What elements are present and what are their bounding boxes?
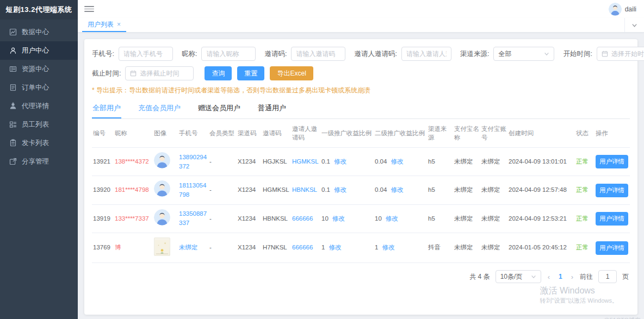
cell-phone: 18113054798 — [178, 176, 208, 204]
user-avatar-icon — [609, 3, 622, 16]
cell-id: 13919 — [92, 204, 114, 233]
column-header-11: 支付宝名称 — [453, 119, 480, 148]
filter-invite-code: 邀请码: — [264, 47, 345, 61]
cell-inviter-code: HGMKSL — [291, 148, 320, 176]
cell-created: 2024-04-09 13:01:01 — [507, 148, 575, 176]
tab-user-list[interactable]: 用户列表 × — [82, 18, 126, 32]
sidebar-item-agent-detail[interactable]: 代理详情 — [0, 97, 78, 115]
staff-icon — [9, 121, 17, 128]
user-tab-paid-member-users[interactable]: 充值会员用户 — [138, 99, 181, 118]
invite-code-input[interactable] — [291, 47, 345, 61]
export-excel-button[interactable]: 导出Excel — [270, 66, 313, 80]
close-icon[interactable]: × — [117, 21, 121, 28]
next-page-button[interactable]: › — [570, 273, 574, 281]
page-number[interactable]: 1 — [556, 273, 565, 280]
cell-rate1: 0.1修改 — [320, 148, 374, 176]
column-header-8: 一级推广收益比例 — [320, 119, 374, 148]
phone-link[interactable]: 13890294372 — [179, 154, 207, 170]
sidebar-item-resource-center[interactable]: 资源中心 — [0, 60, 78, 78]
rate1-value: 1 — [321, 244, 325, 251]
sidebar-item-card-list[interactable]: 发卡列表 — [0, 134, 78, 152]
table-row: 13921138****437213890294372-X1234HGJKSLH… — [92, 148, 630, 176]
column-header-1: 昵称 — [114, 119, 153, 148]
inviter-code-link[interactable]: HBNKSL — [292, 186, 317, 193]
inviter-code-link[interactable]: 666666 — [292, 215, 313, 222]
phone-link[interactable]: 未绑定 — [179, 244, 198, 251]
page-size-select[interactable]: 10条/页 — [496, 270, 541, 283]
start-time-picker[interactable]: 选择开始时间 — [597, 47, 644, 61]
inviter-code-link[interactable]: HGMKSL — [292, 158, 319, 165]
sidebar-item-label: 发卡列表 — [22, 139, 49, 148]
agent-icon — [9, 102, 17, 110]
user-detail-button[interactable]: 用户详情 — [596, 155, 628, 168]
sidebar-item-user-center[interactable]: 用户中心 — [0, 41, 78, 60]
edit-rate2-link[interactable]: 修改 — [391, 158, 403, 165]
sidebar-item-share-manage[interactable]: 分享管理 — [0, 152, 78, 171]
chevron-down-icon[interactable] — [624, 18, 644, 32]
rate2-value: 10 — [375, 215, 382, 222]
channel-select[interactable]: 全部 — [493, 47, 554, 61]
sidebar-item-order-center[interactable]: 订单中心 — [0, 78, 78, 97]
nickname-text: 181****4798 — [115, 186, 149, 193]
end-time-placeholder: 选择截止时间 — [140, 69, 179, 78]
edit-rate2-link[interactable]: 修改 — [386, 215, 398, 222]
cell-inviter-code: HBNKSL — [291, 176, 320, 204]
column-header-6: 邀请码 — [262, 119, 291, 148]
sidebar-menu: 数据中心用户中心资源中心订单中心代理详情员工列表发卡列表分享管理 — [0, 20, 78, 171]
cell-alipay-account: 未绑定 — [480, 176, 507, 204]
sidebar-item-label: 数据中心 — [22, 28, 49, 37]
cell-created: 2024-04-09 12:57:48 — [507, 176, 575, 204]
edit-rate2-link[interactable]: 修改 — [391, 186, 403, 193]
phone-link[interactable]: 18113054798 — [179, 182, 206, 198]
user-type-tabs: 全部用户充值会员用户赠送会员用户普通用户 — [92, 99, 630, 119]
user-detail-button[interactable]: 用户详情 — [596, 184, 628, 197]
user-tab-gift-member-users[interactable]: 赠送会员用户 — [197, 99, 241, 118]
user-detail-button[interactable]: 用户详情 — [596, 241, 628, 255]
goto-suffix: 页 — [622, 272, 629, 282]
end-time-picker[interactable]: 选择截止时间 — [125, 66, 194, 80]
table-header-row: 编号昵称图像手机号会员类型渠道码邀请码邀请人邀请码一级推广收益比例二级推广收益比… — [92, 119, 630, 148]
hamburger-icon[interactable] — [84, 5, 94, 14]
user-menu[interactable]: daili — [609, 3, 636, 16]
tab-label: 用户列表 — [88, 20, 114, 29]
goto-page-input[interactable] — [598, 270, 617, 283]
phone-input[interactable] — [119, 47, 173, 61]
filter-nickname: 昵称: — [182, 47, 256, 61]
user-detail-button[interactable]: 用户详情 — [596, 212, 628, 226]
cell-member-type: - — [208, 176, 237, 204]
inviter-code-link[interactable]: 666666 — [292, 244, 313, 251]
username: daili — [625, 5, 636, 13]
status-badge: 正常 — [576, 158, 589, 165]
prev-page-button[interactable]: ‹ — [547, 273, 551, 281]
cell-alipay-name: 未绑定 — [453, 204, 480, 233]
user-avatar-icon — [154, 152, 170, 168]
cell-member-type: - — [208, 148, 237, 176]
status-badge: 正常 — [576, 215, 589, 222]
edit-rate1-link[interactable]: 修改 — [329, 244, 341, 251]
edit-rate1-link[interactable]: 修改 — [332, 215, 345, 222]
nickname-input[interactable] — [201, 47, 256, 61]
sidebar-item-data-center[interactable]: 数据中心 — [0, 23, 78, 41]
edit-rate2-link[interactable]: 修改 — [382, 244, 394, 251]
sidebar-item-staff-list[interactable]: 员工列表 — [0, 115, 78, 134]
column-header-0: 编号 — [92, 119, 114, 148]
reset-button[interactable]: 重置 — [237, 66, 264, 80]
rate2-value: 1 — [375, 244, 378, 251]
filter-start-time-label: 开始时间: — [563, 49, 592, 59]
inviter-code-input[interactable] — [401, 47, 451, 61]
sidebar-item-label: 代理详情 — [22, 102, 49, 111]
search-button[interactable]: 查询 — [205, 66, 232, 80]
cell-invite-code: HBNKSL — [262, 204, 291, 233]
user-tab-normal-users[interactable]: 普通用户 — [257, 99, 287, 118]
cell-created: 2024-04-09 12:53:21 — [507, 204, 575, 233]
filter-buttons: 查询 重置 导出Excel — [205, 66, 313, 80]
user-tab-all-users[interactable]: 全部用户 — [92, 99, 121, 118]
rate2-value: 0.04 — [375, 158, 387, 165]
phone-link[interactable]: 13350887337 — [179, 210, 207, 226]
filter-inviter-code: 邀请人邀请码: — [354, 47, 451, 61]
filter-row-1: 手机号: 昵称: 邀请码: 邀请人邀请码: — [92, 47, 630, 61]
column-header-4: 会员类型 — [208, 119, 237, 148]
sidebar-item-label: 用户中心 — [22, 46, 49, 55]
edit-rate1-link[interactable]: 修改 — [334, 186, 346, 193]
edit-rate1-link[interactable]: 修改 — [334, 158, 346, 165]
